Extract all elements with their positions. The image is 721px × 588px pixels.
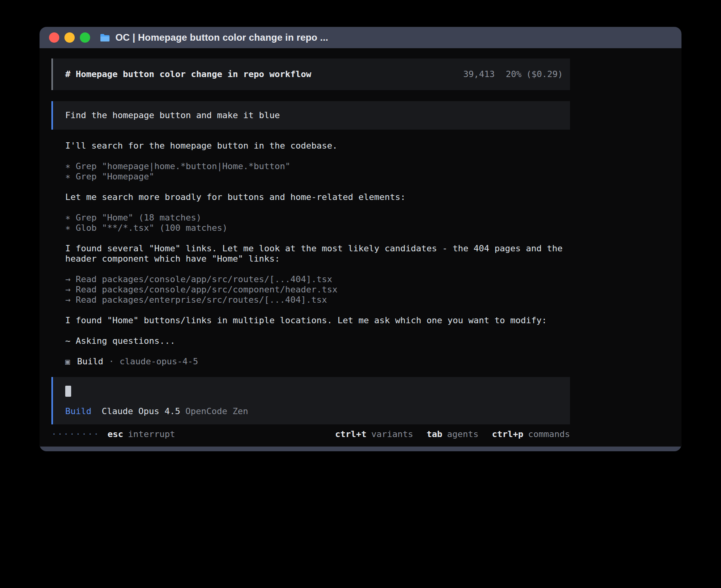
minimize-button[interactable]: [64, 32, 75, 43]
session-header: # Homepage button color change in repo w…: [51, 58, 570, 90]
shortcut-key-ctrl-p: ctrl+p: [492, 429, 523, 439]
tool-call: ∗ Grep "homepage|home.*button|Home.*butt…: [65, 161, 570, 172]
close-button[interactable]: [49, 32, 59, 43]
tool-call: ∗ Glob "**/*.tsx" (100 matches): [65, 223, 570, 233]
maximize-button[interactable]: [80, 32, 90, 43]
shortcut-variants: ctrl+t variants: [335, 429, 413, 439]
prompt-input[interactable]: Build Claude Opus 4.5 OpenCode Zen: [51, 377, 570, 424]
shortcut-label-agents: agents: [447, 429, 478, 439]
session-stats: 39,413 20% ($0.29): [463, 69, 563, 79]
assistant-text: I found "Home" buttons/links in multiple…: [65, 315, 570, 326]
tool-call-group: ∗ Grep "homepage|home.*button|Home.*butt…: [65, 161, 570, 182]
token-count: 39,413: [463, 69, 495, 79]
agent-model: claude-opus-4-5: [120, 356, 198, 367]
progress-dots: ········: [51, 429, 100, 439]
window-title: OC | Homepage button color change in rep…: [115, 32, 328, 43]
tool-call-group: → Read packages/console/app/src/routes/[…: [65, 274, 570, 305]
tool-call: ∗ Grep "Home" (18 matches): [65, 213, 570, 223]
user-message: Find the homepage button and make it blu…: [51, 101, 570, 130]
input-meta: Build Claude Opus 4.5 OpenCode Zen: [65, 406, 570, 416]
session-title: # Homepage button color change in repo w…: [65, 69, 311, 79]
shortcut-label-commands: commands: [528, 429, 570, 439]
tool-call: → Read packages/enterprise/src/routes/[.…: [65, 295, 570, 305]
model-indicator: Claude Opus 4.5: [102, 406, 180, 416]
shortcut-label-variants: variants: [371, 429, 413, 439]
statusbar-right: ctrl+t variants tab agents ctrl+p comman…: [322, 429, 570, 439]
shortcut-label-interrupt: interrupt: [128, 429, 175, 439]
status-line: ~ Asking questions...: [65, 336, 570, 346]
tool-call: ∗ Grep "Homepage": [65, 172, 570, 182]
tool-call: → Read packages/console/app/src/componen…: [65, 285, 570, 295]
context-percent: 20%: [506, 69, 522, 79]
mode-indicator: Build: [65, 406, 91, 416]
statusbar: ········ esc interrupt ctrl+t variants t…: [51, 429, 570, 439]
traffic-lights: [49, 32, 90, 43]
assistant-text: I'll search for the homepage button in t…: [65, 141, 570, 151]
shortcut-commands: ctrl+p commands: [492, 429, 570, 439]
assistant-text: Let me search more broadly for buttons a…: [65, 192, 570, 202]
agent-separator: ·: [109, 356, 114, 367]
shortcut-key-esc: esc: [108, 429, 123, 439]
statusbar-left: ········ esc interrupt: [51, 429, 175, 439]
shortcut-agents: tab agents: [427, 429, 478, 439]
user-message-text: Find the homepage button and make it blu…: [65, 110, 280, 121]
agent-name: Build: [77, 356, 103, 367]
session-cost: ($0.29): [526, 69, 563, 79]
terminal-window: OC | Homepage button color change in rep…: [40, 27, 681, 451]
shortcut-key-tab: tab: [427, 429, 442, 439]
tool-call: → Read packages/console/app/src/routes/[…: [65, 274, 570, 285]
tool-call-group: ∗ Grep "Home" (18 matches) ∗ Glob "**/*.…: [65, 213, 570, 233]
shortcut-key-ctrl-t: ctrl+t: [335, 429, 366, 439]
conversation: I'll search for the homepage button in t…: [51, 141, 570, 367]
terminal-content: # Homepage button color change in repo w…: [40, 48, 681, 447]
folder-icon: [100, 33, 110, 42]
agent-icon: ▣: [65, 356, 70, 367]
text-cursor: [65, 386, 71, 397]
titlebar: OC | Homepage button color change in rep…: [40, 27, 681, 48]
agent-row: ▣ Build · claude-opus-4-5: [65, 356, 570, 367]
provider-indicator: OpenCode Zen: [185, 406, 248, 416]
assistant-text: I found several "Home" links. Let me loo…: [65, 243, 570, 264]
